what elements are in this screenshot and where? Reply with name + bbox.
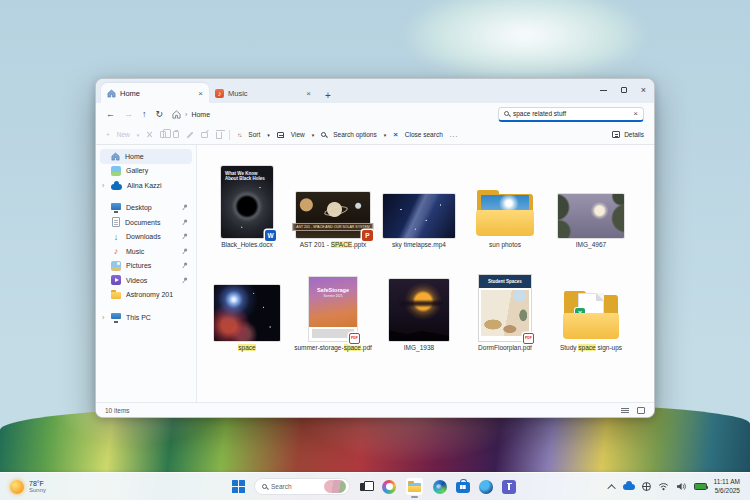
search-options-label: Search options (333, 131, 376, 138)
chevron-down-icon: ▾ (312, 132, 315, 138)
forward-button[interactable]: → (124, 109, 133, 119)
weather-widget[interactable]: 78°F Sunny (10, 480, 46, 494)
maximize-button[interactable] (621, 87, 627, 93)
sidebar-item-downloads[interactable]: ↓ Downloads (100, 230, 192, 245)
sort-label: Sort (248, 131, 260, 138)
share-icon[interactable] (201, 131, 209, 138)
search-options-icon (321, 132, 326, 137)
start-button[interactable] (232, 480, 245, 493)
weather-temp: 78°F (29, 480, 46, 487)
folder-sun-photos[interactable]: sun photos (462, 151, 548, 248)
file-explorer-icon (408, 481, 421, 492)
file-black-holes-docx[interactable]: What We Know About Black Holes W Black_H… (204, 151, 290, 248)
details-button[interactable]: Details (612, 131, 644, 138)
onedrive-tray-icon[interactable] (623, 484, 635, 490)
chevron-down-icon: ▾ (384, 132, 387, 138)
new-label: New (117, 131, 130, 138)
powerpoint-icon: P (362, 230, 373, 241)
accessibility-tray-icon[interactable] (642, 482, 651, 491)
large-thumbnails-view-icon[interactable] (637, 407, 645, 414)
close-search-button[interactable]: × Close search (393, 130, 443, 139)
microsoft-365-button[interactable] (479, 480, 493, 494)
explorer-body: Home Gallery › Alina Kazzi Desktop (96, 145, 654, 402)
breadcrumb[interactable]: › Home (172, 110, 210, 119)
sidebar-item-home[interactable]: Home (100, 149, 192, 164)
sidebar-item-gallery[interactable]: Gallery (100, 164, 192, 179)
chevron-down-icon: ▾ (137, 132, 140, 138)
music-icon: ♪ (111, 246, 121, 256)
command-toolbar: + New ▾ ↑↓ Sort ▾ View ▾ Se (96, 125, 654, 145)
plus-icon: + (106, 131, 110, 138)
delete-icon[interactable] (216, 132, 222, 139)
sidebar-item-desktop[interactable]: Desktop (100, 201, 192, 216)
file-explorer-button[interactable] (405, 477, 424, 496)
sunny-icon (10, 480, 24, 494)
clear-search-icon[interactable]: × (633, 109, 638, 118)
file-img-1938[interactable]: IMG_1938 (376, 254, 462, 351)
task-view-button[interactable] (359, 480, 373, 494)
sidebar-label: Music (126, 248, 144, 255)
paste-icon[interactable] (173, 131, 179, 138)
ppt-cover-title: AST 201 - SPACE AND OUR SOLAR SYSTEM (292, 223, 373, 231)
tab-music[interactable]: ♪ Music × (209, 83, 317, 103)
details-view-icon[interactable] (621, 407, 629, 414)
sidebar-label: Downloads (126, 233, 161, 240)
sidebar-item-onedrive[interactable]: › Alina Kazzi (100, 178, 192, 193)
file-ast-201-space-pptx[interactable]: AST 201 - SPACE AND OUR SOLAR SYSTEM P A… (290, 151, 376, 248)
minimize-button[interactable] (600, 90, 607, 91)
tab-home[interactable]: Home × (101, 83, 209, 103)
battery-icon[interactable] (694, 483, 707, 490)
new-button[interactable]: + New ▾ (106, 131, 139, 138)
teams-button[interactable] (502, 480, 516, 494)
copy-icon[interactable] (160, 131, 166, 138)
weather-condition: Sunny (29, 487, 46, 493)
sidebar-item-documents[interactable]: Documents (100, 215, 192, 230)
file-space[interactable]: space (204, 254, 290, 351)
sort-button[interactable]: ↑↓ Sort ▾ (237, 131, 269, 138)
copilot-button[interactable] (382, 480, 396, 494)
sidebar-item-this-pc[interactable]: › This PC (100, 310, 192, 325)
sidebar-item-videos[interactable]: Videos (100, 273, 192, 288)
search-icon (504, 111, 509, 116)
sidebar-item-music[interactable]: ♪ Music (100, 244, 192, 259)
close-button[interactable]: × (641, 86, 646, 95)
back-button[interactable]: ← (106, 109, 115, 119)
wifi-icon[interactable] (658, 482, 669, 491)
expand-chevron-icon[interactable]: › (102, 182, 104, 189)
search-options-button[interactable]: Search options ▾ (321, 131, 386, 138)
folder-with-photo-icon (474, 188, 536, 238)
folder-icon (111, 290, 121, 300)
file-dormfloorplan-pdf[interactable]: Student Spaces PDF DormFloorplan.pdf (462, 254, 548, 351)
file-sky-timelapse-mp4[interactable]: sky timelapse.mp4 (376, 151, 462, 248)
refresh-button[interactable]: ↻ (156, 109, 164, 119)
sidebar-item-pictures[interactable]: Pictures (100, 259, 192, 274)
clock[interactable]: 11:11 AM 5/6/2025 (714, 478, 741, 495)
volume-icon[interactable] (676, 482, 687, 491)
edge-button[interactable] (433, 480, 447, 494)
pdf-cover-subtitle: Summer 2025 (309, 294, 357, 298)
pin-icon (182, 204, 188, 211)
up-button[interactable]: ↑ (142, 109, 147, 119)
explorer-search-box[interactable]: space related stuff × (498, 107, 644, 122)
expand-chevron-icon[interactable]: › (102, 314, 104, 321)
microsoft-store-button[interactable] (456, 482, 470, 493)
details-label: Details (624, 131, 644, 138)
view-button[interactable]: View ▾ (277, 131, 315, 138)
more-options-button[interactable]: ... (450, 131, 458, 138)
new-tab-button[interactable]: + (325, 90, 331, 103)
rename-icon[interactable] (186, 131, 194, 139)
file-name: summer-storage-space.pdf (294, 344, 372, 351)
file-summer-storage-space-pdf[interactable]: SafeStorage Summer 2025 PDF summer-stora… (290, 254, 376, 351)
video-thumbnail (383, 194, 455, 238)
file-list: What We Know About Black Holes W Black_H… (197, 145, 654, 402)
file-img-4967[interactable]: IMG_4967 (548, 151, 634, 248)
folder-study-space-sign-ups[interactable]: X Study space sign-ups (548, 254, 634, 351)
home-icon (111, 152, 120, 161)
moonrise-photo-thumbnail (389, 279, 449, 341)
sidebar-item-astronomy-201[interactable]: Astronomy 201 (100, 288, 192, 303)
tab-music-close-icon[interactable]: × (306, 89, 311, 98)
taskbar-search[interactable]: Search (254, 478, 350, 495)
tab-home-close-icon[interactable]: × (198, 89, 203, 98)
tray-overflow-chevron-icon[interactable] (607, 484, 615, 492)
cut-icon[interactable] (146, 131, 153, 138)
